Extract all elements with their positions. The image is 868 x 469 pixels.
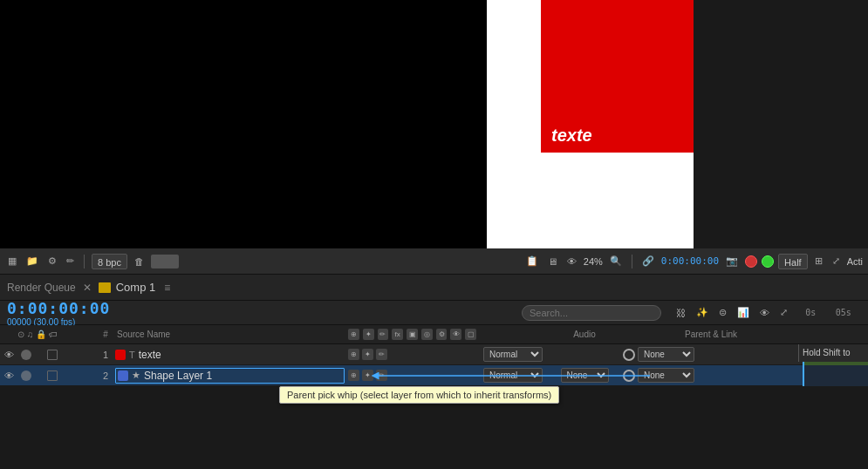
tab-separator: ✕	[83, 282, 92, 294]
l1-star-icon[interactable]: ✦	[362, 349, 373, 360]
ruler-05s: 05s	[836, 308, 851, 317]
layer2-label-spacer	[60, 370, 72, 382]
preview-text: texte	[551, 126, 592, 146]
layer2-audio-select[interactable]: None	[561, 368, 609, 383]
l2-pen-icon[interactable]: ✏	[376, 370, 387, 381]
layer2-parent: None	[619, 368, 803, 383]
snapshot-icon[interactable]: 📷	[723, 254, 741, 268]
l1-pen-icon[interactable]: ✏	[376, 349, 387, 360]
layer2-color	[118, 370, 128, 381]
eye2-icon[interactable]: 👁	[757, 306, 772, 320]
layer1-parent: None	[619, 347, 803, 362]
layer1-visibility[interactable]: 👁	[0, 350, 17, 360]
layer1-lock	[47, 350, 58, 360]
fx-col: ⊕ ✦ ✏ fx ▣ ◎ ⚙ 👁 ▢	[345, 329, 480, 340]
l1-parent-icon[interactable]: ⊕	[348, 349, 359, 360]
brush-icon[interactable]: ✏	[64, 254, 77, 268]
graph-icon[interactable]: 📊	[735, 305, 752, 320]
layer2-blend-select[interactable]: Normal	[483, 368, 543, 383]
source-name-col: Source Name	[115, 330, 345, 339]
options-col: ⊙ ♫ 🔒 🏷	[17, 330, 96, 339]
layer1-blend: Normal	[480, 347, 550, 362]
color-picker-icon[interactable]	[745, 255, 757, 268]
mask-icon: ▣	[407, 329, 418, 340]
timeline-search[interactable]	[522, 305, 661, 321]
layer2-spacer	[34, 370, 44, 381]
comp-menu-icon[interactable]: ≡	[164, 282, 170, 294]
main-toolbar: ▦ 📁 ⚙ ✏ 8 bpc 🗑 📋 🖥 👁 24% 🔍 🔗 0:00:00:00…	[0, 248, 868, 275]
timecode-section: 0:00:00:00 00000 (30.00 fps)	[7, 299, 110, 327]
expand2-icon[interactable]: ⤢	[777, 305, 790, 320]
expand-icon[interactable]: ⤢	[830, 254, 843, 268]
num-col: #	[96, 330, 115, 339]
layer1-pickwhip[interactable]	[623, 349, 635, 361]
layer2-fx: ⊕ ✦ ✏	[345, 370, 480, 381]
monitor-icon[interactable]: 🖥	[545, 255, 560, 268]
layer1-blend-select[interactable]: Normal	[483, 347, 543, 362]
parent-col: Parent & Link	[619, 330, 803, 339]
layer2-track	[803, 365, 868, 386]
hold-shift-badge: Hold Shift to	[798, 344, 868, 362]
layer2-pickwhip[interactable]	[623, 370, 635, 382]
link-icon[interactable]: 🔗	[639, 254, 657, 268]
red-block: texte	[541, 0, 694, 153]
layer1-color	[115, 350, 126, 360]
rect-icon: ▢	[465, 329, 476, 340]
l2-parent-icon[interactable]: ⊕	[348, 370, 359, 381]
timeline-ruler-labels: 0s 05s	[796, 308, 861, 317]
timecode-display: 0:00:00:00	[661, 255, 719, 267]
columns-header: ⊙ ♫ 🔒 🏷 # Source Name ⊕ ✦ ✏ fx ▣ ◎ ⚙ 👁 ▢…	[0, 325, 868, 344]
layer2-parent-select[interactable]: None	[638, 368, 694, 383]
layer2-visibility[interactable]: 👁	[0, 370, 17, 381]
layer2-audio: None	[550, 368, 619, 383]
camera-settings-icon[interactable]: ⚙	[45, 254, 59, 268]
viewer-icon[interactable]: 👁	[564, 255, 579, 268]
grid-icon[interactable]: ▦	[5, 254, 19, 268]
layer1-fx: ⊕ ✦ ✏	[345, 349, 480, 360]
quality-btn[interactable]: Half	[778, 254, 808, 269]
folder-icon[interactable]: 📁	[24, 254, 41, 268]
comp1-tab[interactable]: Comp 1 ≡	[99, 281, 171, 294]
layer2-solo	[21, 370, 31, 381]
layer2-name: Shape Layer 1	[144, 370, 212, 382]
app-container: texte ▦ 📁 ⚙ ✏ 8 bpc 🗑 📋 🖥 👁 24% 🔍 🔗	[0, 0, 868, 469]
color-picker-icon-2[interactable]	[762, 255, 774, 268]
trash-icon[interactable]: 🗑	[132, 255, 147, 268]
table-row: 👁 1 T texte ⊕ ✦ ✏	[0, 344, 868, 365]
tooltip: Parent pick whip (select layer from whic…	[279, 386, 559, 404]
layer2-lock	[47, 370, 58, 381]
l2-star-icon[interactable]: ✦	[362, 370, 373, 381]
render-queue-tab[interactable]: Render Queue	[7, 282, 76, 294]
pen-fx-icon: ✏	[378, 329, 389, 340]
left-panel	[0, 0, 487, 248]
right-dark-bar	[694, 0, 868, 248]
right-toolbar: 📋 🖥 👁 24% 🔍 🔗 0:00:00:00 📷 Half ⊞ ⤢ Acti	[523, 254, 863, 269]
layer1-parent-select[interactable]: None	[638, 347, 694, 362]
layer1-spacer	[34, 350, 44, 360]
parent-fx-icon: ⊕	[348, 329, 359, 340]
hold-shift-text: Hold Shift to	[803, 348, 850, 357]
comp1-tab-label: Comp 1	[116, 281, 156, 294]
eye3-icon: 👁	[450, 329, 461, 340]
layer1-name-inner: T texte	[115, 349, 345, 361]
comp-folder-icon	[99, 282, 111, 293]
preview-area: texte	[0, 0, 868, 248]
align-icon[interactable]: ⊜	[716, 305, 729, 320]
star-fx-icon: ✦	[363, 329, 374, 340]
table-row: 👁 2 ★ Shape Layer 1 ⊕ ✦ ✏	[0, 365, 868, 386]
grid-toggle-icon[interactable]: ⊞	[812, 254, 825, 268]
layer2-name-inner: ★ Shape Layer 1	[115, 368, 345, 384]
circle-icon: ◎	[421, 329, 433, 340]
parent-icon[interactable]: ⛓	[673, 306, 688, 320]
zoom-icon[interactable]: 🔍	[607, 254, 625, 268]
tooltip-text: Parent pick whip (select layer from whic…	[287, 390, 551, 400]
layers-container: 👁 1 T texte ⊕ ✦ ✏	[0, 344, 868, 386]
layer2-type: ★	[132, 370, 140, 381]
ruler-0s: 0s	[805, 308, 816, 317]
layer1-type: T	[129, 350, 135, 360]
timeline-header: 0:00:00:00 00000 (30.00 fps) ⛓ ✨ ⊜ 📊 👁 ⤢…	[0, 301, 868, 325]
comp-icon[interactable]: 📋	[523, 254, 541, 268]
solo-icon[interactable]: ✨	[694, 305, 711, 320]
layer1-name-area: T texte	[115, 349, 345, 361]
timeline-timecode[interactable]: 0:00:00:00	[7, 299, 110, 317]
